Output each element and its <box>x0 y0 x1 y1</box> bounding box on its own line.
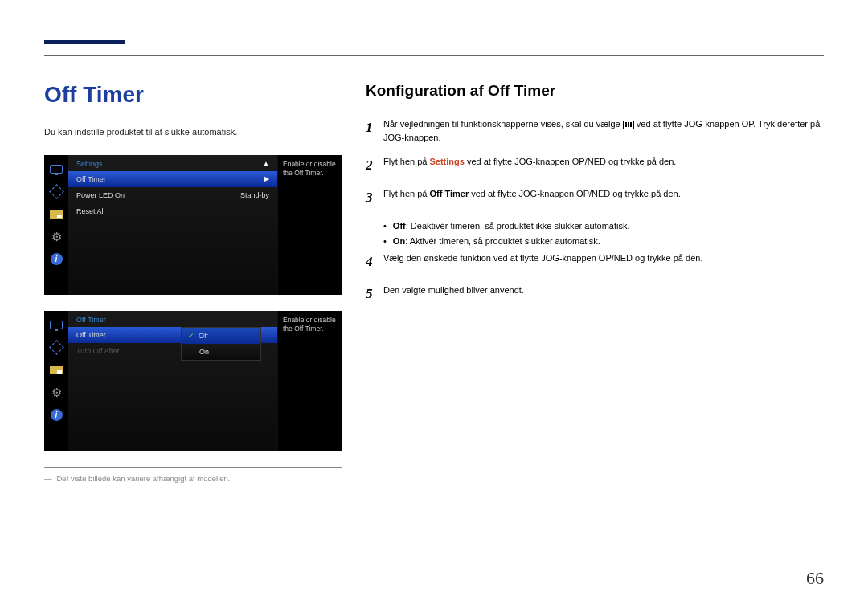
osd-row-label: Power LED On <box>76 191 125 199</box>
step-1-text-a: Når vejledningen til funktionsknapperne … <box>383 119 623 129</box>
osd-row-value: Stand-by <box>240 191 269 199</box>
step-number: 1 <box>366 117 383 144</box>
osd-row-label: Off Timer <box>76 331 106 339</box>
bullet-on: On: Aktivér timeren, så produktet slukke… <box>383 234 824 249</box>
osd-description-text: Enable or disable the Off Timer. <box>283 316 336 333</box>
bullet-off-text: : Deaktivér timeren, så produktet ikke s… <box>406 221 630 231</box>
bullet-list: Off: Deaktivér timeren, så produktet ikk… <box>383 219 824 248</box>
page-number: 66 <box>806 568 824 589</box>
step-3-text-a: Flyt hen på <box>383 189 429 198</box>
header-divider <box>44 55 824 56</box>
osd-row-power-led[interactable]: Power LED On Stand-by <box>68 187 277 203</box>
page-title: Off Timer <box>44 82 342 108</box>
footnote-dash: ― <box>44 474 52 483</box>
osd-breadcrumb-label: Off Timer <box>76 316 106 324</box>
monitor-icon <box>49 319 63 332</box>
osd-breadcrumb: Settings ▲ <box>68 155 277 171</box>
chevron-right-icon: ▶ <box>264 175 269 182</box>
step-3: 3 Flyt hen på Off Timer ved at flytte JO… <box>366 187 824 208</box>
bullet-on-bold: On <box>393 236 405 246</box>
pip-icon <box>49 364 63 377</box>
submenu-option-label: On <box>199 348 209 356</box>
step-3-text-b: ved at flytte JOG-knappen OP/NED og tryk… <box>471 189 680 198</box>
step-text: Den valgte mulighed bliver anvendt. <box>383 284 824 304</box>
gear-icon: ⚙ <box>49 231 63 243</box>
osd-description-panel: Enable or disable the Off Timer. <box>277 155 342 295</box>
submenu-option-off[interactable]: ✓ Off <box>182 328 260 344</box>
footnote-text: Det viste billede kan variere afhængigt … <box>57 474 231 483</box>
osd-submenu: ✓ Off On <box>181 327 261 361</box>
header-accent-bar <box>44 40 125 44</box>
monitor-icon <box>49 163 63 176</box>
osd-settings-screenshot: ⚙ i Settings ▲ Off Timer ▶ Power LED On … <box>44 155 342 295</box>
scroll-up-icon: ▲ <box>263 160 269 167</box>
bullet-off-highlight: Off <box>393 221 406 231</box>
osd-row-reset-all[interactable]: Reset All <box>68 203 277 219</box>
step-number: 4 <box>366 251 383 272</box>
step-2-text-a: Flyt hen på <box>383 157 429 166</box>
bullet-off: Off: Deaktivér timeren, så produktet ikk… <box>383 219 824 234</box>
picture-size-icon <box>49 186 63 198</box>
step-text: Flyt hen på Off Timer ved at flytte JOG-… <box>383 187 824 208</box>
info-icon: i <box>49 409 63 422</box>
step-2: 2 Flyt hen på Settings ved at flytte JOG… <box>366 155 824 176</box>
info-icon: i <box>49 253 63 266</box>
step-text: Flyt hen på Settings ved at flytte JOG-k… <box>383 155 824 176</box>
bullet-on-text: : Aktivér timeren, så produktet slukker … <box>405 236 600 246</box>
step-5: 5 Den valgte mulighed bliver anvendt. <box>366 284 824 304</box>
submenu-option-label: Off <box>199 332 208 340</box>
osd-main-panel: Off Timer Off Timer Turn Off After ✓ Off… <box>68 311 277 451</box>
picture-size-icon <box>49 341 63 354</box>
left-column: Off Timer Du kan indstille produktet til… <box>44 82 342 483</box>
pip-icon <box>49 208 63 221</box>
osd-sidebar-icons: ⚙ i <box>44 155 68 295</box>
osd-sidebar-icons: ⚙ i <box>44 311 68 451</box>
step-number: 3 <box>366 187 383 208</box>
osd-row-label: Turn Off After <box>76 347 120 355</box>
page-subtitle: Du kan indstille produktet til at slukke… <box>44 125 342 139</box>
osd-breadcrumb-label: Settings <box>76 160 103 168</box>
step-number: 2 <box>366 155 383 176</box>
osd-row-off-timer[interactable]: Off Timer ▶ <box>68 171 277 187</box>
step-1: 1 Når vejledningen til funktionsknappern… <box>366 117 824 144</box>
step-2-text-b: ved at flytte JOG-knappen OP/NED og tryk… <box>467 157 676 166</box>
osd-description-panel: Enable or disable the Off Timer. <box>277 311 342 451</box>
osd-description-text: Enable or disable the Off Timer. <box>283 160 336 177</box>
check-icon: ✓ <box>188 332 194 340</box>
osd-offtimer-screenshot: ⚙ i Off Timer Off Timer Turn Off After ✓… <box>44 311 342 451</box>
step-4: 4 Vælg den ønskede funktion ved at flytt… <box>366 251 824 272</box>
osd-breadcrumb: Off Timer <box>68 311 277 327</box>
right-column: Konfiguration af Off Timer 1 Når vejledn… <box>366 82 824 483</box>
menu-icon <box>623 121 634 129</box>
osd-row-label: Reset All <box>76 207 105 215</box>
section-title: Konfiguration af Off Timer <box>366 82 824 100</box>
step-text: Når vejledningen til funktionsknapperne … <box>383 117 824 144</box>
step-text: Vælg den ønskede funktion ved at flytte … <box>383 251 824 272</box>
step-3-bold: Off Timer <box>429 189 469 198</box>
osd-row-label: Off Timer <box>76 175 106 183</box>
submenu-option-on[interactable]: On <box>182 344 260 360</box>
osd-main-panel: Settings ▲ Off Timer ▶ Power LED On Stan… <box>68 155 277 295</box>
step-2-highlight: Settings <box>429 157 464 166</box>
step-number: 5 <box>366 284 383 304</box>
gear-icon: ⚙ <box>49 386 63 399</box>
footnote: ― Det viste billede kan variere afhængig… <box>44 474 342 483</box>
footnote-divider <box>44 467 342 468</box>
